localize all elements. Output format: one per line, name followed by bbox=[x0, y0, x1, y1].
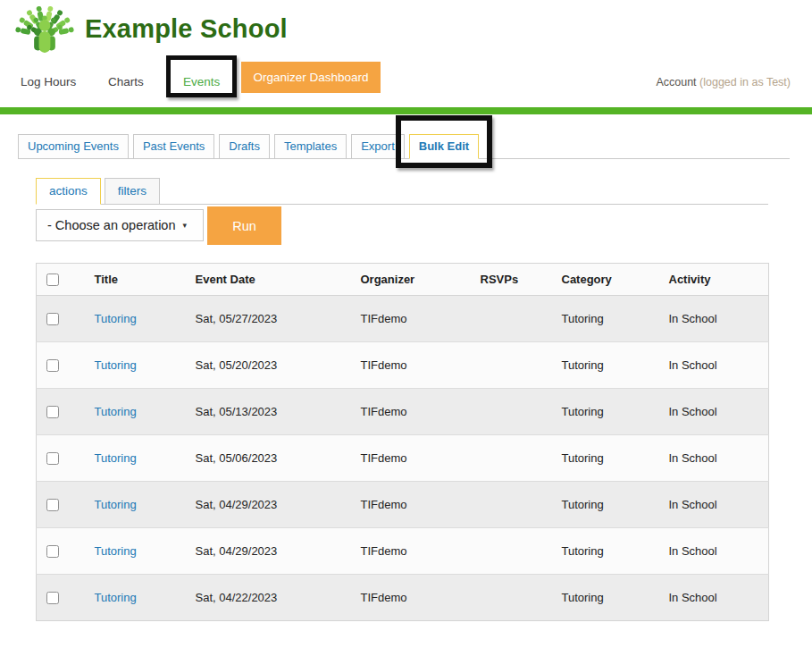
tab-bulk-edit[interactable]: Bulk Edit bbox=[409, 134, 479, 159]
nav-item-charts[interactable]: Charts bbox=[108, 75, 144, 88]
rsvps-cell bbox=[472, 389, 553, 435]
table-header-row: Title Event Date Organizer RSVPs Categor… bbox=[37, 264, 769, 296]
organizer-cell: TIFdemo bbox=[352, 435, 472, 482]
tab-upcoming-events[interactable]: Upcoming Events bbox=[18, 134, 129, 159]
rsvps-cell bbox=[472, 342, 553, 389]
nav-item-log-hours[interactable]: Log Hours bbox=[21, 75, 76, 88]
event-date-cell: Sat, 05/06/2023 bbox=[187, 435, 352, 482]
row-checkbox[interactable] bbox=[46, 406, 59, 418]
page: Example School Log Hours Charts Events O… bbox=[0, 0, 812, 648]
table-row: TutoringSat, 05/06/2023TIFdemoTutoringIn… bbox=[37, 435, 769, 482]
event-title-link[interactable]: Tutoring bbox=[95, 405, 137, 418]
tab-past-events[interactable]: Past Events bbox=[133, 134, 214, 159]
account-status: (logged in as Test) bbox=[699, 76, 791, 88]
nav-item-events[interactable]: Events bbox=[183, 75, 220, 88]
operation-dropdown-value: - Choose an operation bbox=[47, 218, 176, 232]
event-title-link[interactable]: Tutoring bbox=[95, 358, 137, 372]
select-all-checkbox[interactable] bbox=[46, 274, 59, 286]
tab-export[interactable]: Export bbox=[351, 134, 405, 159]
run-button[interactable]: Run bbox=[207, 206, 281, 245]
row-checkbox-cell bbox=[37, 296, 86, 342]
page-title: Example School bbox=[85, 14, 288, 44]
organizer-cell: TIFdemo bbox=[352, 575, 472, 621]
tab-drafts[interactable]: Drafts bbox=[219, 134, 270, 159]
table-row: TutoringSat, 05/13/2023TIFdemoTutoringIn… bbox=[37, 389, 769, 435]
event-title-cell: Tutoring bbox=[86, 342, 187, 389]
table-row: TutoringSat, 05/27/2023TIFdemoTutoringIn… bbox=[37, 296, 769, 342]
row-checkbox-cell bbox=[37, 389, 86, 435]
category-cell: Tutoring bbox=[553, 342, 660, 389]
event-title-cell: Tutoring bbox=[86, 435, 187, 482]
table-row: TutoringSat, 04/29/2023TIFdemoTutoringIn… bbox=[37, 528, 769, 575]
row-checkbox[interactable] bbox=[46, 545, 59, 558]
event-date-cell: Sat, 05/27/2023 bbox=[187, 296, 352, 342]
category-cell: Tutoring bbox=[553, 389, 660, 435]
row-checkbox-cell bbox=[37, 575, 86, 621]
column-header-activity: Activity bbox=[660, 264, 769, 296]
organizer-cell: TIFdemo bbox=[352, 296, 472, 342]
column-header-rsvps: RSVPs bbox=[472, 264, 553, 296]
event-title-cell: Tutoring bbox=[86, 575, 187, 621]
row-checkbox[interactable] bbox=[46, 359, 59, 372]
event-date-cell: Sat, 05/20/2023 bbox=[187, 342, 352, 389]
event-title-link[interactable]: Tutoring bbox=[95, 544, 137, 558]
category-cell: Tutoring bbox=[553, 575, 660, 621]
column-header-event-date: Event Date bbox=[187, 264, 352, 296]
select-all-cell bbox=[37, 264, 86, 296]
event-title-link[interactable]: Tutoring bbox=[95, 451, 137, 465]
column-header-title: Title bbox=[86, 264, 187, 296]
organizer-cell: TIFdemo bbox=[352, 389, 472, 435]
organizer-dashboard-button[interactable]: Organizer Dashboard bbox=[241, 62, 381, 93]
rsvps-cell bbox=[472, 435, 553, 482]
activity-cell: In School bbox=[660, 389, 769, 435]
row-checkbox[interactable] bbox=[46, 313, 59, 325]
organizer-cell: TIFdemo bbox=[352, 482, 472, 528]
events-table-body: TutoringSat, 05/27/2023TIFdemoTutoringIn… bbox=[37, 296, 769, 621]
category-cell: Tutoring bbox=[553, 482, 660, 528]
event-title-cell: Tutoring bbox=[86, 482, 187, 528]
rsvps-cell bbox=[472, 575, 553, 621]
subtab-filters[interactable]: filters bbox=[105, 178, 160, 205]
column-header-category: Category bbox=[553, 264, 660, 296]
bulk-edit-subtabs: actions filters bbox=[36, 178, 768, 205]
header-divider-bar bbox=[0, 107, 812, 114]
table-row: TutoringSat, 04/29/2023TIFdemoTutoringIn… bbox=[37, 482, 769, 528]
table-row: TutoringSat, 04/22/2023TIFdemoTutoringIn… bbox=[37, 575, 769, 621]
organizer-cell: TIFdemo bbox=[352, 342, 472, 389]
rsvps-cell bbox=[472, 528, 553, 575]
event-date-cell: Sat, 04/22/2023 bbox=[187, 575, 352, 621]
row-checkbox[interactable] bbox=[46, 499, 59, 511]
people-tree-logo-icon[interactable] bbox=[12, 2, 78, 59]
activity-cell: In School bbox=[660, 342, 769, 389]
tab-templates[interactable]: Templates bbox=[274, 134, 347, 159]
table-row: TutoringSat, 05/20/2023TIFdemoTutoringIn… bbox=[37, 342, 769, 389]
subtab-actions[interactable]: actions bbox=[36, 178, 101, 205]
activity-cell: In School bbox=[660, 296, 769, 342]
category-cell: Tutoring bbox=[553, 435, 660, 482]
caret-down-icon: ▾ bbox=[183, 221, 188, 230]
event-title-cell: Tutoring bbox=[86, 528, 187, 575]
organizer-cell: TIFdemo bbox=[352, 528, 472, 575]
activity-cell: In School bbox=[660, 435, 769, 482]
event-title-link[interactable]: Tutoring bbox=[95, 591, 137, 604]
events-table: Title Event Date Organizer RSVPs Categor… bbox=[36, 263, 769, 621]
row-checkbox[interactable] bbox=[46, 592, 59, 604]
row-checkbox[interactable] bbox=[46, 452, 59, 465]
category-cell: Tutoring bbox=[553, 296, 660, 342]
category-cell: Tutoring bbox=[553, 528, 660, 575]
activity-cell: In School bbox=[660, 482, 769, 528]
event-tabs: Upcoming Events Past Events Drafts Templ… bbox=[18, 134, 790, 159]
account-link[interactable]: Account (logged in as Test) bbox=[656, 76, 791, 88]
event-date-cell: Sat, 04/29/2023 bbox=[187, 482, 352, 528]
rsvps-cell bbox=[472, 482, 553, 528]
event-title-link[interactable]: Tutoring bbox=[95, 498, 137, 511]
event-title-cell: Tutoring bbox=[86, 389, 187, 435]
account-label: Account bbox=[656, 76, 696, 88]
event-date-cell: Sat, 05/13/2023 bbox=[187, 389, 352, 435]
activity-cell: In School bbox=[660, 575, 769, 621]
row-checkbox-cell bbox=[37, 528, 86, 575]
event-date-cell: Sat, 04/29/2023 bbox=[187, 528, 352, 575]
operation-dropdown[interactable]: - Choose an operation ▾ bbox=[36, 209, 204, 241]
event-title-link[interactable]: Tutoring bbox=[95, 312, 137, 325]
row-checkbox-cell bbox=[37, 342, 86, 389]
